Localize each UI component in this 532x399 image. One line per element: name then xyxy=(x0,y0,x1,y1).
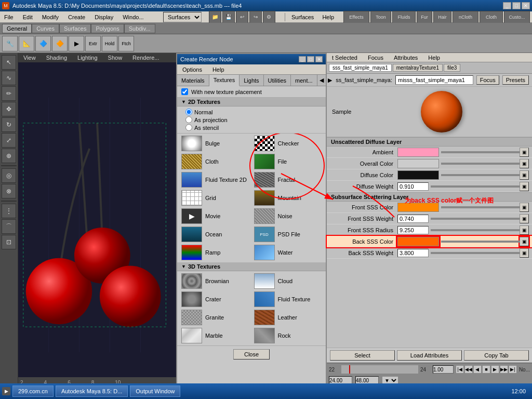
load-attributes-button[interactable]: Load Attributes xyxy=(397,350,462,361)
minimize-button[interactable]: _ xyxy=(503,2,511,9)
panel-minimize[interactable]: _ xyxy=(299,56,306,62)
texture-noise[interactable]: Noise xyxy=(252,207,324,225)
slider-ambient[interactable] xyxy=(441,151,520,153)
slider-back-sss-weight[interactable] xyxy=(431,252,520,254)
shelf-icon-2[interactable]: 📐 xyxy=(19,36,34,51)
map-btn-back-sss-weight[interactable]: ▣ xyxy=(520,248,529,258)
texture-rock[interactable]: Rock xyxy=(252,327,324,344)
section-3d-header[interactable]: ▼ 3D Textures xyxy=(177,262,326,271)
menu-surfaces[interactable]: Surfaces xyxy=(289,13,316,21)
shelf-icon-extrude[interactable]: Extr xyxy=(85,36,101,51)
toolbar-btn-1[interactable]: 📁 xyxy=(209,11,221,23)
viewport-menu-view[interactable]: View xyxy=(21,54,38,62)
slider-diffuse-weight[interactable] xyxy=(431,185,520,188)
shelf-tab-curves[interactable]: Curves xyxy=(32,24,59,33)
section-unscattered[interactable]: Unscattered Diffuse Layer xyxy=(327,137,532,147)
toolbar-btn-2[interactable]: 💾 xyxy=(222,11,235,23)
tab-materials[interactable]: Materials xyxy=(177,75,209,86)
slider-diffuse-color[interactable] xyxy=(441,174,520,176)
texture-ocean[interactable]: Ocean xyxy=(179,225,251,243)
texture-fluid2d[interactable]: Fluid Texture 2D xyxy=(179,171,251,189)
map-btn-overall[interactable]: ▣ xyxy=(520,159,529,168)
tb-custom[interactable]: Custo... xyxy=(504,11,530,23)
texture-water[interactable]: Water xyxy=(252,244,324,261)
attr-tab-sss[interactable]: sss_fast_simple_maya1 xyxy=(329,64,392,72)
menu-create[interactable]: Create xyxy=(66,13,87,21)
swatch-ambient[interactable] xyxy=(397,148,439,157)
shelf-icon-fetch[interactable]: Ftch xyxy=(118,36,134,51)
texture-movie[interactable]: ▶ Movie xyxy=(179,207,251,225)
map-btn-diffuse-weight[interactable]: ▣ xyxy=(520,182,529,191)
play-prev-key[interactable]: ◀◀ xyxy=(464,365,473,374)
map-btn-front-sss-radius[interactable]: ▣ xyxy=(520,225,529,235)
texture-granite[interactable]: Granite xyxy=(179,309,251,326)
tb-ncloth[interactable]: nCloth xyxy=(453,11,478,23)
menu-display[interactable]: Display xyxy=(92,13,115,21)
play-next-key[interactable]: ▶▶ xyxy=(500,365,508,374)
close-button-panel[interactable]: Close xyxy=(233,349,270,360)
play-stop[interactable]: ■ xyxy=(482,365,490,374)
slider-back-sss-color[interactable] xyxy=(441,241,520,243)
attr-menu-selected[interactable]: t Selected xyxy=(330,54,360,62)
viewport-menu-shading[interactable]: Shading xyxy=(44,54,69,62)
attr-name-input[interactable] xyxy=(395,75,473,85)
radio-projection[interactable] xyxy=(185,116,192,123)
viewport-menu-show[interactable]: Show xyxy=(106,54,125,62)
radio-normal[interactable] xyxy=(185,109,192,115)
map-btn-front-sss[interactable]: ▣ xyxy=(520,203,529,212)
slider-front-sss-weight[interactable] xyxy=(431,218,520,220)
tool-move[interactable]: ✥ xyxy=(2,102,16,116)
toolbar-btn-4[interactable]: ↪ xyxy=(249,11,262,23)
map-btn-front-sss-weight[interactable]: ▣ xyxy=(520,214,529,223)
section-2d-header[interactable]: ▼ 2D Textures xyxy=(177,98,326,107)
new-placement-checkbox[interactable] xyxy=(181,88,188,95)
swatch-diffuse[interactable] xyxy=(397,170,439,180)
texture-grid[interactable]: Grid xyxy=(179,189,251,207)
attr-menu-focus[interactable]: Focus xyxy=(366,54,385,62)
tab-textures[interactable]: Textures xyxy=(209,75,240,86)
shelf-icon-hold[interactable]: Hold xyxy=(102,36,117,51)
texture-leather[interactable]: Leather xyxy=(252,309,324,326)
play-backward[interactable]: ◀ xyxy=(473,365,482,374)
attr-menu-attributes[interactable]: Attributes xyxy=(392,54,420,62)
tb-fluids[interactable]: Fluids xyxy=(392,11,416,23)
texture-fluidtex[interactable]: Fluid Texture xyxy=(252,290,324,308)
texture-fractal[interactable]: Fractal xyxy=(252,171,324,189)
texture-checker[interactable]: Checker xyxy=(252,135,324,152)
play-forward[interactable]: ▶ xyxy=(491,365,499,374)
swatch-front-sss[interactable] xyxy=(397,203,439,212)
menu-window[interactable]: Windo... xyxy=(121,13,145,21)
tool-scale[interactable]: ⤢ xyxy=(2,133,16,148)
shelf-icon-4[interactable]: 🔶 xyxy=(52,36,68,51)
tb-cloth[interactable]: Cloth xyxy=(480,11,503,23)
tool-snap-grid[interactable]: ⋮ xyxy=(2,204,16,218)
menu-edit[interactable]: Edit xyxy=(21,13,35,21)
tb-toon[interactable]: Toon xyxy=(370,11,391,23)
swatch-back-sss[interactable] xyxy=(397,237,439,246)
menu-modify[interactable]: Modify xyxy=(40,13,61,21)
menu-help-right[interactable]: Help xyxy=(320,13,336,21)
tool-soft-select[interactable]: ◎ xyxy=(2,168,16,183)
input-front-sss-weight[interactable] xyxy=(397,215,429,223)
taskbar-item-maya[interactable]: Autodesk Maya 8.5: D... xyxy=(56,385,128,397)
panel-maximize[interactable]: □ xyxy=(307,56,314,62)
texture-file[interactable]: File xyxy=(252,153,324,170)
viewport-menu-renderer[interactable]: Rendere... xyxy=(130,54,161,62)
maximize-button[interactable]: □ xyxy=(512,2,521,9)
attr-menu-help[interactable]: Help xyxy=(426,54,442,62)
timeline-speed-input[interactable] xyxy=(433,365,454,374)
tool-universal[interactable]: ⊕ xyxy=(2,149,16,163)
focus-button[interactable]: Focus xyxy=(476,75,499,85)
tab-next[interactable]: ▶ xyxy=(326,75,334,86)
shelf-tab-subdiv[interactable]: Subdiv... xyxy=(124,24,155,33)
close-button[interactable]: ✕ xyxy=(522,2,530,9)
texture-psdfile[interactable]: PSD PSD File xyxy=(252,225,324,243)
tab-prev[interactable]: ◀ xyxy=(317,75,326,86)
viewport-menu-lighting[interactable]: Lighting xyxy=(75,54,100,62)
texture-marble[interactable]: Marble xyxy=(179,327,251,344)
tab-mental[interactable]: ment... xyxy=(291,75,317,86)
tb-effects[interactable]: Effects xyxy=(343,11,369,23)
map-btn-ambient[interactable]: ▣ xyxy=(520,148,529,157)
play-jump-end[interactable]: ▶| xyxy=(509,365,517,374)
shelf-tab-general[interactable]: General xyxy=(2,24,32,33)
